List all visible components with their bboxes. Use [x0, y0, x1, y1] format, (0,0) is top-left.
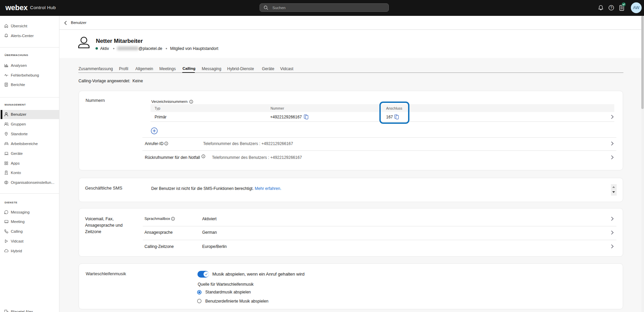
svg-text:?: ? [610, 6, 612, 10]
